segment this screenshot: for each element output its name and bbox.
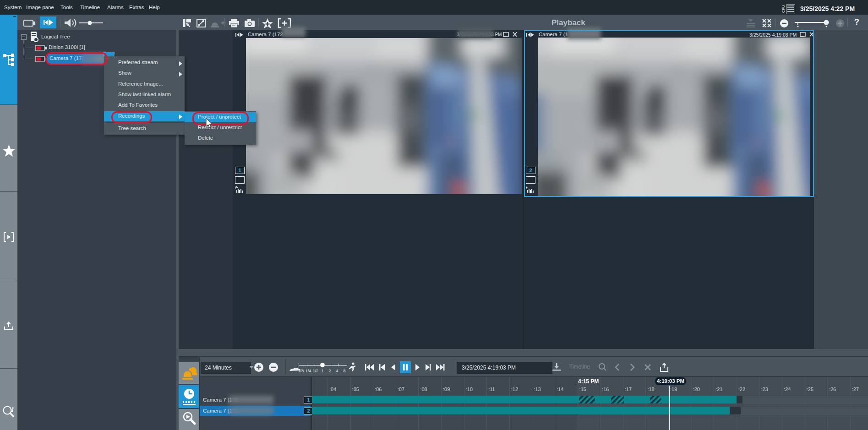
svg-text:1/2: 1/2 [313, 369, 319, 373]
svg-text:8: 8 [343, 369, 345, 373]
svg-text:4: 4 [336, 369, 338, 373]
svg-text:1/4: 1/4 [306, 369, 311, 373]
svg-text:1: 1 [321, 369, 323, 373]
svg-text:1/8: 1/8 [298, 369, 304, 373]
svg-text:2: 2 [328, 369, 331, 373]
